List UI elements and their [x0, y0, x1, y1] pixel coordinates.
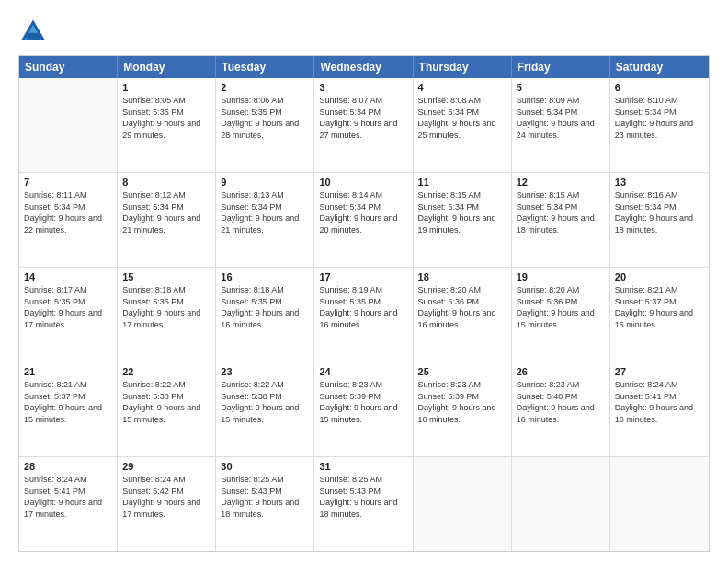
day-number: 6	[615, 82, 704, 93]
calendar-cell: 17Sunrise: 8:19 AMSunset: 5:35 PMDayligh…	[314, 268, 413, 362]
day-number: 5	[517, 82, 605, 93]
day-number: 17	[319, 271, 407, 282]
calendar-cell: 7Sunrise: 8:11 AMSunset: 5:34 PMDaylight…	[19, 173, 118, 267]
calendar-body: 1Sunrise: 8:05 AMSunset: 5:35 PMDaylight…	[19, 78, 709, 551]
day-info: Sunrise: 8:20 AMSunset: 5:36 PMDaylight:…	[517, 284, 605, 330]
header	[18, 17, 710, 46]
calendar-cell: 27Sunrise: 8:24 AMSunset: 5:41 PMDayligh…	[610, 362, 709, 456]
day-number: 28	[24, 461, 112, 472]
day-number: 20	[615, 271, 704, 282]
day-number: 23	[221, 366, 309, 377]
calendar-week-row: 21Sunrise: 8:21 AMSunset: 5:37 PMDayligh…	[19, 362, 709, 457]
day-info: Sunrise: 8:12 AMSunset: 5:34 PMDaylight:…	[122, 190, 210, 236]
calendar-cell	[414, 457, 512, 551]
day-info: Sunrise: 8:08 AMSunset: 5:34 PMDaylight:…	[418, 95, 506, 141]
svg-rect-2	[27, 33, 40, 40]
day-number: 15	[122, 271, 210, 282]
day-number: 8	[122, 177, 210, 188]
day-number: 29	[122, 461, 210, 472]
day-number: 2	[221, 82, 309, 93]
calendar-cell: 12Sunrise: 8:15 AMSunset: 5:34 PMDayligh…	[512, 173, 610, 267]
calendar-cell: 30Sunrise: 8:25 AMSunset: 5:43 PMDayligh…	[216, 457, 314, 551]
calendar-cell: 26Sunrise: 8:23 AMSunset: 5:40 PMDayligh…	[512, 362, 610, 456]
logo-icon	[18, 17, 48, 46]
day-number: 3	[319, 82, 407, 93]
day-info: Sunrise: 8:13 AMSunset: 5:34 PMDaylight:…	[221, 190, 309, 236]
calendar-cell: 8Sunrise: 8:12 AMSunset: 5:34 PMDaylight…	[118, 173, 216, 267]
calendar-cell	[512, 457, 610, 551]
day-number: 13	[615, 177, 704, 188]
day-number: 9	[221, 177, 309, 188]
day-info: Sunrise: 8:17 AMSunset: 5:35 PMDaylight:…	[24, 284, 112, 330]
calendar-cell: 2Sunrise: 8:06 AMSunset: 5:35 PMDaylight…	[216, 78, 314, 172]
calendar-week-row: 1Sunrise: 8:05 AMSunset: 5:35 PMDaylight…	[19, 78, 709, 173]
day-number: 24	[319, 366, 407, 377]
calendar-cell: 29Sunrise: 8:24 AMSunset: 5:42 PMDayligh…	[118, 457, 216, 551]
calendar-cell: 21Sunrise: 8:21 AMSunset: 5:37 PMDayligh…	[19, 362, 118, 456]
calendar-cell: 6Sunrise: 8:10 AMSunset: 5:34 PMDaylight…	[610, 78, 709, 172]
calendar-cell	[610, 457, 709, 551]
day-info: Sunrise: 8:24 AMSunset: 5:42 PMDaylight:…	[122, 474, 210, 520]
calendar-header-cell: Tuesday	[216, 56, 314, 78]
calendar-week-row: 28Sunrise: 8:24 AMSunset: 5:41 PMDayligh…	[19, 457, 709, 551]
calendar-cell: 16Sunrise: 8:18 AMSunset: 5:35 PMDayligh…	[216, 268, 314, 362]
day-info: Sunrise: 8:07 AMSunset: 5:34 PMDaylight:…	[319, 95, 407, 141]
page: SundayMondayTuesdayWednesdayThursdayFrid…	[0, 0, 728, 563]
day-info: Sunrise: 8:22 AMSunset: 5:38 PMDaylight:…	[122, 379, 210, 425]
day-info: Sunrise: 8:23 AMSunset: 5:40 PMDaylight:…	[517, 379, 605, 425]
calendar-cell: 13Sunrise: 8:16 AMSunset: 5:34 PMDayligh…	[610, 173, 709, 267]
calendar-header-cell: Saturday	[610, 56, 709, 78]
calendar-cell: 22Sunrise: 8:22 AMSunset: 5:38 PMDayligh…	[118, 362, 216, 456]
day-info: Sunrise: 8:25 AMSunset: 5:43 PMDaylight:…	[221, 474, 309, 520]
day-info: Sunrise: 8:24 AMSunset: 5:41 PMDaylight:…	[24, 474, 112, 520]
day-number: 22	[122, 366, 210, 377]
day-number: 26	[517, 366, 605, 377]
calendar-cell: 19Sunrise: 8:20 AMSunset: 5:36 PMDayligh…	[512, 268, 610, 362]
day-number: 16	[221, 271, 309, 282]
day-number: 7	[24, 177, 112, 188]
day-number: 21	[24, 366, 112, 377]
day-info: Sunrise: 8:23 AMSunset: 5:39 PMDaylight:…	[319, 379, 407, 425]
day-number: 27	[615, 366, 704, 377]
day-info: Sunrise: 8:20 AMSunset: 5:36 PMDaylight:…	[418, 284, 506, 330]
day-number: 10	[319, 177, 407, 188]
day-number: 1	[122, 82, 210, 93]
day-number: 30	[221, 461, 309, 472]
calendar-cell: 11Sunrise: 8:15 AMSunset: 5:34 PMDayligh…	[414, 173, 512, 267]
calendar-cell: 31Sunrise: 8:25 AMSunset: 5:43 PMDayligh…	[314, 457, 413, 551]
day-info: Sunrise: 8:21 AMSunset: 5:37 PMDaylight:…	[24, 379, 112, 425]
day-number: 4	[418, 82, 506, 93]
calendar-header: SundayMondayTuesdayWednesdayThursdayFrid…	[19, 56, 709, 78]
day-info: Sunrise: 8:15 AMSunset: 5:34 PMDaylight:…	[418, 190, 506, 236]
calendar-week-row: 14Sunrise: 8:17 AMSunset: 5:35 PMDayligh…	[19, 268, 709, 362]
day-number: 25	[418, 366, 506, 377]
calendar-cell: 3Sunrise: 8:07 AMSunset: 5:34 PMDaylight…	[314, 78, 413, 172]
day-info: Sunrise: 8:24 AMSunset: 5:41 PMDaylight:…	[615, 379, 704, 425]
calendar-cell: 20Sunrise: 8:21 AMSunset: 5:37 PMDayligh…	[610, 268, 709, 362]
calendar-cell: 9Sunrise: 8:13 AMSunset: 5:34 PMDaylight…	[216, 173, 314, 267]
day-info: Sunrise: 8:14 AMSunset: 5:34 PMDaylight:…	[319, 190, 407, 236]
day-number: 19	[517, 271, 605, 282]
day-info: Sunrise: 8:18 AMSunset: 5:35 PMDaylight:…	[122, 284, 210, 330]
calendar-cell: 23Sunrise: 8:22 AMSunset: 5:38 PMDayligh…	[216, 362, 314, 456]
calendar-cell: 10Sunrise: 8:14 AMSunset: 5:34 PMDayligh…	[314, 173, 413, 267]
day-number: 18	[418, 271, 506, 282]
calendar-week-row: 7Sunrise: 8:11 AMSunset: 5:34 PMDaylight…	[19, 173, 709, 268]
calendar-cell: 5Sunrise: 8:09 AMSunset: 5:34 PMDaylight…	[512, 78, 610, 172]
day-info: Sunrise: 8:11 AMSunset: 5:34 PMDaylight:…	[24, 190, 112, 236]
calendar-cell: 18Sunrise: 8:20 AMSunset: 5:36 PMDayligh…	[414, 268, 512, 362]
calendar-header-cell: Thursday	[414, 56, 512, 78]
day-number: 14	[24, 271, 112, 282]
calendar-cell: 25Sunrise: 8:23 AMSunset: 5:39 PMDayligh…	[414, 362, 512, 456]
day-number: 31	[319, 461, 407, 472]
calendar-header-cell: Sunday	[19, 56, 118, 78]
day-number: 11	[418, 177, 506, 188]
calendar-header-cell: Monday	[118, 56, 216, 78]
calendar-cell: 24Sunrise: 8:23 AMSunset: 5:39 PMDayligh…	[314, 362, 413, 456]
calendar-cell	[19, 78, 118, 172]
calendar-cell: 14Sunrise: 8:17 AMSunset: 5:35 PMDayligh…	[19, 268, 118, 362]
day-info: Sunrise: 8:06 AMSunset: 5:35 PMDaylight:…	[221, 95, 309, 141]
day-info: Sunrise: 8:23 AMSunset: 5:39 PMDaylight:…	[418, 379, 506, 425]
day-info: Sunrise: 8:18 AMSunset: 5:35 PMDaylight:…	[221, 284, 309, 330]
day-info: Sunrise: 8:10 AMSunset: 5:34 PMDaylight:…	[615, 95, 704, 141]
